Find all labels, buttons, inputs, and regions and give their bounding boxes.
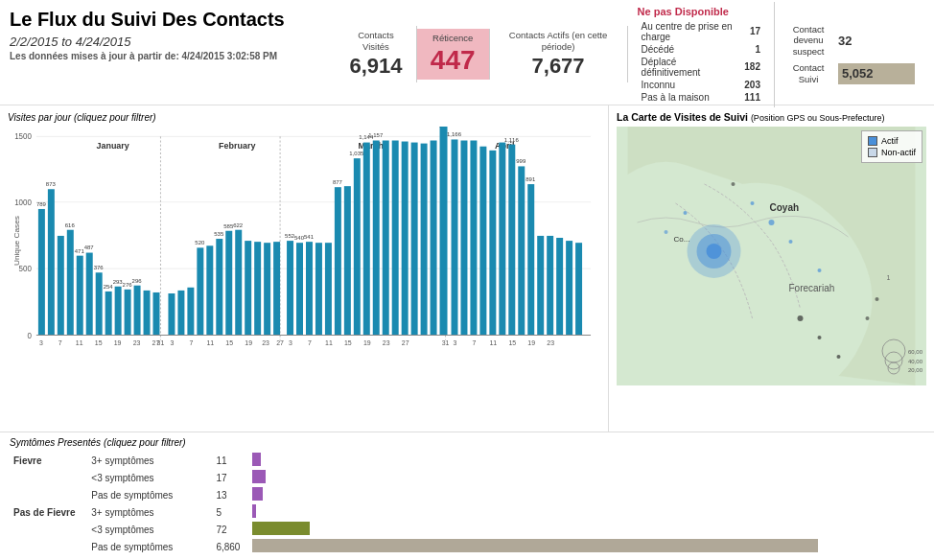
updated-value: 4/24/2015 3:02:58 PM <box>182 51 278 61</box>
svg-rect-44 <box>216 239 222 335</box>
svg-rect-84 <box>489 151 496 336</box>
svg-rect-32 <box>125 290 131 336</box>
svg-rect-83 <box>479 147 486 336</box>
map-subtitle: (Position GPS ou Sous-Prefecture) <box>751 113 885 123</box>
svg-text:Unique Cases: Unique Cases <box>12 216 21 266</box>
svg-text:January: January <box>96 141 129 151</box>
svg-text:877: 877 <box>333 178 343 185</box>
svg-point-137 <box>665 230 668 234</box>
svg-text:541: 541 <box>304 233 315 240</box>
svg-text:3: 3 <box>170 339 174 347</box>
symptoms-section[interactable]: Symtômes Presentés (cliquez pour filtrer… <box>0 432 934 560</box>
symptom-subcategory: <3 symptômes <box>87 469 212 486</box>
size-legend-svg: 20,000 40,000 60,000 <box>865 322 922 380</box>
ne-pas-dispo-value: 111 <box>740 91 764 104</box>
svg-text:487: 487 <box>84 244 95 250</box>
ne-pas-dispo-row: Au centre de prise en charge17 <box>638 20 764 43</box>
svg-rect-90 <box>527 184 534 335</box>
ne-pas-dispo-row: Déplacé définitivement182 <box>638 56 764 79</box>
symptoms-subtitle: (cliquez pour filtrer) <box>104 437 186 448</box>
symptom-category: Pas de Fievre <box>10 503 87 521</box>
bar-chart-container: 1500 1000 500 0 January February March A… <box>8 127 600 405</box>
map-container: Coyah Forecariah Co... 1 Actif Non-actif <box>617 127 926 385</box>
svg-rect-96 <box>575 243 582 335</box>
svg-rect-22 <box>77 256 83 336</box>
symptom-bar-cell <box>248 452 924 469</box>
chart-title: Visites par jour (cliquez pour filtrer) <box>8 111 600 123</box>
svg-text:1,166: 1,166 <box>447 130 462 137</box>
symptom-category <box>10 469 87 486</box>
symptom-bar-cell <box>248 486 924 503</box>
svg-text:20,000: 20,000 <box>908 367 922 373</box>
svg-text:376: 376 <box>94 264 105 270</box>
svg-rect-50 <box>245 241 251 335</box>
svg-text:3: 3 <box>39 339 43 347</box>
svg-text:Co...: Co... <box>674 235 690 244</box>
svg-rect-40 <box>187 288 194 336</box>
page-title: Le Flux du Suivi Des Contacts <box>10 8 336 31</box>
svg-text:552: 552 <box>285 232 295 239</box>
svg-point-134 <box>818 268 822 272</box>
symptom-subcategory: Pas de symptômes <box>87 486 212 503</box>
reticence-value: 447 <box>431 45 476 76</box>
symptom-category <box>10 538 87 555</box>
svg-rect-75 <box>421 144 428 336</box>
bar-chart-section[interactable]: Visites par jour (cliquez pour filtrer) … <box>0 105 609 432</box>
symptom-bar-cell <box>248 469 924 486</box>
svg-text:23: 23 <box>547 339 554 347</box>
legend-actif: Actif <box>868 136 916 146</box>
symptom-bar-cell <box>248 538 924 555</box>
svg-rect-39 <box>177 291 184 336</box>
svg-point-135 <box>751 201 755 205</box>
svg-text:7: 7 <box>58 339 62 347</box>
svg-text:616: 616 <box>65 221 76 227</box>
ne-pas-dispo-category: Décédé <box>638 43 741 56</box>
svg-rect-17 <box>48 189 55 335</box>
svg-text:1,035: 1,035 <box>349 150 364 156</box>
ne-pas-dispo-title: Ne pas Disponible <box>638 6 764 17</box>
svg-text:0: 0 <box>27 331 32 339</box>
svg-text:23: 23 <box>133 339 141 347</box>
svg-rect-95 <box>566 241 572 335</box>
svg-rect-20 <box>67 230 74 336</box>
svg-rect-41 <box>197 247 203 335</box>
symptom-bar <box>252 453 261 466</box>
contact-suivi-row: Contact Suivi 5,052 <box>784 62 915 84</box>
svg-text:873: 873 <box>46 180 57 187</box>
symptoms-table: Fievre 3+ symptômes 11 <3 symptômes 17 P… <box>10 452 924 555</box>
svg-point-150 <box>882 339 905 362</box>
svg-rect-34 <box>134 286 141 336</box>
map-legend: Actif Non-actif <box>861 130 922 163</box>
symptom-value: 11 <box>212 452 248 469</box>
svg-point-140 <box>837 355 841 359</box>
svg-text:7: 7 <box>308 339 312 347</box>
ne-pas-dispo-value: 17 <box>740 20 764 43</box>
svg-text:296: 296 <box>132 276 143 283</box>
svg-point-142 <box>876 297 879 301</box>
symptom-value: 13 <box>212 486 248 503</box>
svg-rect-67 <box>363 143 370 336</box>
svg-text:40,000: 40,000 <box>908 359 922 364</box>
svg-rect-77 <box>440 127 448 336</box>
ne-pas-dispo-category: Inconnu <box>638 79 741 91</box>
contact-devenu-suspect-label: Contact devenu suspect <box>784 24 832 57</box>
svg-text:1500: 1500 <box>14 132 32 141</box>
svg-rect-28 <box>105 292 112 336</box>
svg-text:535: 535 <box>214 230 224 237</box>
ne-pas-dispo-value: 1 <box>740 43 764 56</box>
ne-pas-dispo-category: Pas à la maison <box>638 91 741 104</box>
symptom-value: 5 <box>212 503 248 521</box>
legend-nonactif: Non-actif <box>868 148 916 157</box>
svg-text:1,157: 1,157 <box>368 131 384 138</box>
contact-suivi-value: 5,052 <box>842 66 874 81</box>
svg-text:540: 540 <box>294 234 305 241</box>
ne-pas-dispo-value: 182 <box>740 56 764 79</box>
svg-text:15: 15 <box>95 339 103 347</box>
chart-subtitle: (cliquez pour filtrer) <box>74 112 156 123</box>
svg-rect-38 <box>168 293 175 336</box>
ne-pas-dispo-row: Pas à la maison111 <box>638 91 764 104</box>
symptom-row: Pas de symptômes 13 <box>10 486 924 503</box>
symptom-bar <box>252 470 266 483</box>
svg-text:7: 7 <box>472 339 476 347</box>
reticence-box: Réticence 447 <box>417 29 490 80</box>
